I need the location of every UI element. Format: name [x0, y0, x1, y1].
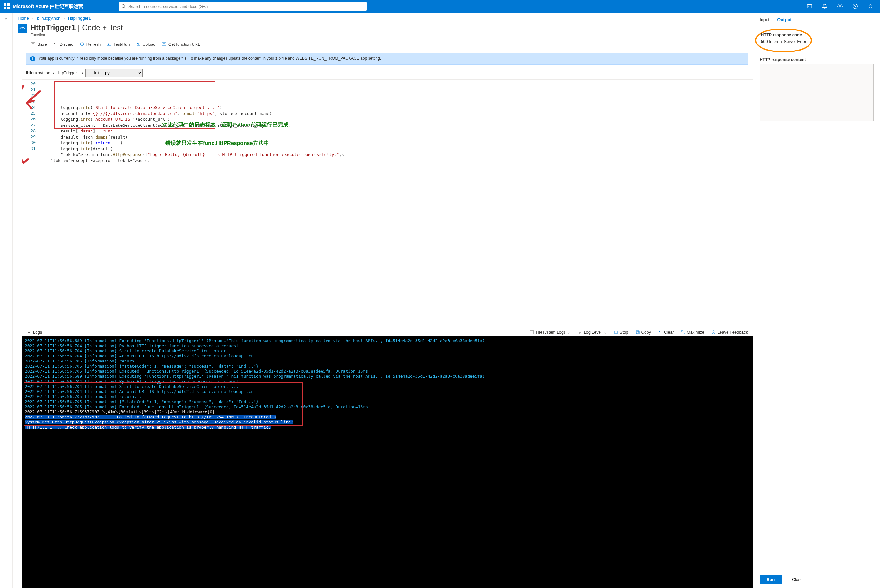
crumb-home[interactable]: Home — [18, 16, 29, 21]
log-level-dropdown[interactable]: Log Level ⌄ — [577, 330, 606, 334]
clear-button[interactable]: Clear — [658, 330, 674, 334]
file-path-row: lblinuxpython\ HttpTrigger1\ __init__.py — [13, 68, 753, 80]
log-console[interactable]: 2022-07-11T11:50:56.689 [Information] Ex… — [22, 336, 753, 588]
main-content: Home › lblinuxpython › HttpTrigger1 </> … — [13, 13, 753, 588]
left-rail: » — [0, 13, 13, 588]
brand-text: Microsoft Azure 由世纪互联运营 — [13, 3, 83, 9]
discard-button[interactable]: Discard — [53, 42, 74, 47]
svg-rect-6 — [162, 43, 166, 46]
annotation-text-2: 错误就只发生在func.HttPResponse方法中 — [165, 140, 269, 147]
response-content-box — [760, 64, 874, 121]
page-title: HttpTrigger1 | Code + Test — [30, 23, 123, 32]
svg-point-3 — [870, 4, 871, 6]
feedback-icon[interactable] — [865, 0, 876, 13]
save-button[interactable]: Save — [30, 42, 47, 47]
search-input[interactable] — [119, 2, 367, 11]
response-content-label: HTTP response content — [760, 57, 874, 62]
panel-footer: Run Close — [753, 570, 880, 588]
code-area[interactable]: 对比代码中的日志标签，证明Python代码运行已完成。 错误就只发生在func.… — [38, 80, 753, 327]
svg-rect-7 — [530, 331, 534, 334]
tab-output[interactable]: Output — [777, 17, 792, 26]
maximize-button[interactable]: Maximize — [681, 330, 704, 334]
code-editor[interactable]: 202122232425262728293031 对比代码中的日志标签，证明Py… — [22, 80, 753, 327]
svg-rect-4 — [31, 42, 35, 46]
breadcrumb: Home › lblinuxpython › HttpTrigger1 — [13, 13, 753, 22]
annotation-text-1: 对比代码中的日志标签，证明Python代码运行已完成。 — [162, 121, 294, 128]
refresh-button[interactable]: Refresh — [79, 42, 101, 47]
test-run-button[interactable]: Test/Run — [106, 42, 130, 47]
command-bar: Save Discard Refresh Test/Run Upload Get… — [13, 40, 753, 50]
svg-rect-10 — [636, 331, 639, 333]
panel-tabs: Input Output — [753, 13, 880, 26]
settings-icon[interactable] — [834, 0, 846, 13]
response-code-value: 500 Internal Server Error — [761, 39, 806, 44]
info-banner: i Your app is currently in read only mod… — [26, 53, 748, 65]
svg-rect-9 — [637, 332, 639, 334]
cloud-shell-icon[interactable] — [804, 0, 815, 13]
svg-rect-0 — [807, 5, 812, 8]
get-url-button[interactable]: Get function URL — [161, 42, 200, 47]
annotation-circle: HTTP response code 500 Internal Server E… — [755, 28, 812, 52]
info-icon: i — [30, 56, 35, 61]
panel-body: HTTP response code 500 Internal Server E… — [753, 26, 880, 570]
test-panel: Input Output HTTP response code 500 Inte… — [753, 13, 880, 588]
notifications-icon[interactable] — [819, 0, 831, 13]
expand-nav-icon[interactable]: » — [5, 16, 7, 22]
page-subtitle: Function — [13, 33, 753, 40]
line-gutter: 202122232425262728293031 — [22, 80, 38, 327]
path-app: lblinuxpython — [26, 70, 50, 75]
close-button[interactable]: Close — [785, 574, 810, 584]
svg-rect-8 — [615, 331, 617, 333]
help-icon[interactable] — [850, 0, 861, 13]
response-code-label: HTTP response code — [761, 32, 806, 37]
svg-point-1 — [840, 6, 841, 7]
logs-toggle[interactable]: Logs — [27, 330, 42, 334]
azure-waffle-icon[interactable] — [4, 3, 9, 9]
upload-button[interactable]: Upload — [136, 42, 156, 47]
crumb-app[interactable]: lblinuxpython — [36, 16, 60, 21]
tab-input[interactable]: Input — [760, 17, 769, 26]
info-text: Your app is currently in read only mode … — [39, 56, 381, 61]
log-source-dropdown[interactable]: Filesystem Logs ⌄ — [529, 330, 571, 334]
copy-button[interactable]: Copy — [636, 330, 651, 334]
title-bar: </> HttpTrigger1 | Code + Test ⋯ — [13, 22, 753, 34]
file-select[interactable]: __init__.py — [85, 69, 142, 77]
crumb-fn[interactable]: HttpTrigger1 — [68, 16, 91, 21]
stop-button[interactable]: Stop — [614, 330, 628, 334]
more-icon[interactable]: ⋯ — [129, 24, 134, 31]
path-fn: HttpTrigger1 — [57, 70, 79, 75]
run-button[interactable]: Run — [760, 574, 781, 584]
top-bar: Microsoft Azure 由世纪互联运营 — [0, 0, 880, 13]
log-toolbar: Logs Filesystem Logs ⌄ Log Level ⌄ Stop … — [22, 327, 753, 336]
function-icon: </> — [18, 24, 27, 33]
global-search[interactable] — [119, 2, 367, 11]
feedback-button[interactable]: Leave Feedback — [711, 330, 748, 334]
brand: Microsoft Azure 由世纪互联运营 — [4, 3, 83, 9]
